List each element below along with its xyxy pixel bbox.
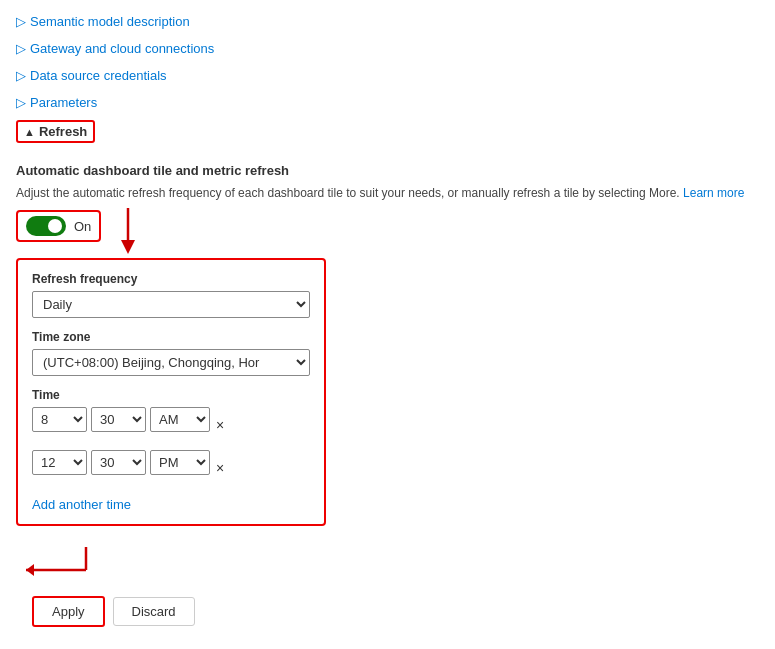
- minute-select-2[interactable]: 30 001545: [91, 450, 146, 475]
- semantic-model-label: Semantic model description: [30, 14, 190, 29]
- chevron-down-icon: ▲: [24, 126, 35, 138]
- data-source-label: Data source credentials: [30, 68, 167, 83]
- auto-refresh-desc: Adjust the automatic refresh frequency o…: [16, 186, 744, 200]
- time-row-1: 8 1234 567 9101112 30 001545 AM PM ×: [32, 407, 310, 442]
- timezone-select[interactable]: (UTC+08:00) Beijing, Chongqing, Hor (UTC…: [32, 349, 310, 376]
- hour-select-1[interactable]: 8 1234 567 9101112: [32, 407, 87, 432]
- chevron-right-icon3: ▷: [16, 68, 26, 83]
- parameters-label: Parameters: [30, 95, 97, 110]
- toggle-label: On: [74, 219, 91, 234]
- toggle-container: On: [16, 210, 101, 242]
- toggle-switch[interactable]: [26, 216, 66, 236]
- arrow-indicator: [113, 208, 143, 258]
- gateway-label: Gateway and cloud connections: [30, 41, 214, 56]
- svg-marker-4: [26, 564, 34, 576]
- apply-button[interactable]: Apply: [32, 596, 105, 627]
- data-source-link[interactable]: ▷ Data source credentials: [0, 62, 775, 89]
- hour-select-2[interactable]: 12 1234 5678 91011: [32, 450, 87, 475]
- ampm-select-2[interactable]: PM AM: [150, 450, 210, 475]
- frequency-label: Refresh frequency: [32, 272, 310, 286]
- remove-time-1[interactable]: ×: [214, 417, 226, 433]
- time-label: Time: [32, 388, 310, 402]
- button-row: Apply Discard: [16, 588, 759, 635]
- ampm-select-1[interactable]: AM PM: [150, 407, 210, 432]
- chevron-right-icon2: ▷: [16, 41, 26, 56]
- timezone-label: Time zone: [32, 330, 310, 344]
- discard-button[interactable]: Discard: [113, 597, 195, 626]
- remove-time-2[interactable]: ×: [214, 460, 226, 476]
- parameters-link[interactable]: ▷ Parameters: [0, 89, 775, 116]
- refresh-header[interactable]: ▲ Refresh: [16, 120, 95, 143]
- toggle-thumb: [48, 219, 62, 233]
- minute-select-1[interactable]: 30 001545: [91, 407, 146, 432]
- semantic-model-link[interactable]: ▷ Semantic model description: [0, 8, 775, 35]
- time-row-2: 12 1234 5678 91011 30 001545 PM AM ×: [32, 450, 310, 485]
- toggle-track: [26, 216, 66, 236]
- add-another-time-link[interactable]: Add another time: [32, 497, 131, 512]
- chevron-right-icon: ▷: [16, 14, 26, 29]
- svg-marker-1: [121, 240, 135, 254]
- frequency-select[interactable]: Daily Weekly Monthly: [32, 291, 310, 318]
- apply-arrow-indicator: [26, 542, 106, 582]
- gateway-link[interactable]: ▷ Gateway and cloud connections: [0, 35, 775, 62]
- chevron-right-icon4: ▷: [16, 95, 26, 110]
- auto-refresh-title: Automatic dashboard tile and metric refr…: [16, 163, 759, 178]
- learn-more-link[interactable]: Learn more: [683, 186, 744, 200]
- refresh-label: Refresh: [39, 124, 87, 139]
- frequency-box: Refresh frequency Daily Weekly Monthly T…: [16, 258, 326, 526]
